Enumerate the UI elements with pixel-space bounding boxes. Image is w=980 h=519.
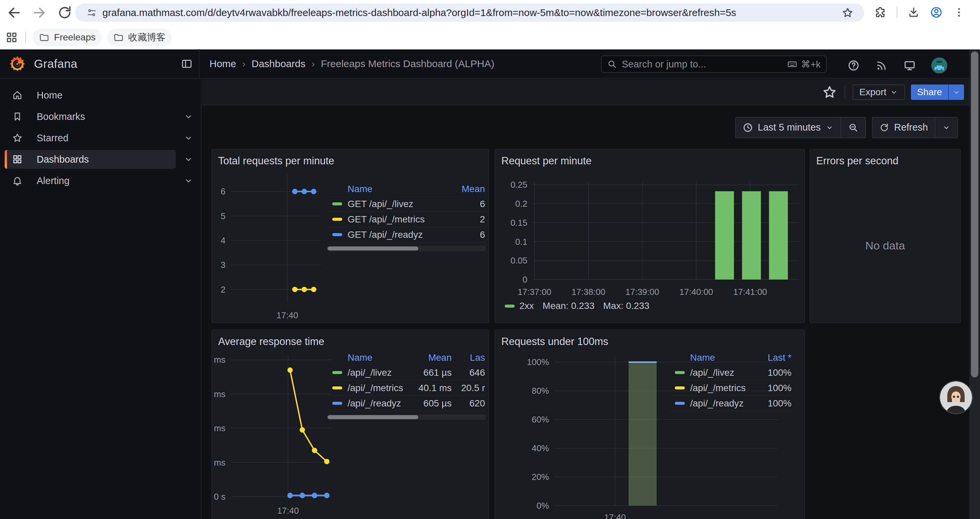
keyboard-icon <box>786 59 798 69</box>
breadcrumb-item[interactable]: Dashboards <box>251 58 305 69</box>
legend-row[interactable]: GET /api/_/readyz6 <box>327 227 486 243</box>
panel-errors-per-second[interactable]: Errors per second No data <box>810 149 961 323</box>
legend-row[interactable]: /api/_/livez100% <box>670 365 793 380</box>
legend-row[interactable]: /api/_/livez661 µs646 <box>327 365 486 380</box>
legend-value: 2 <box>446 214 486 225</box>
series-name[interactable]: /api/_/livez <box>348 367 391 378</box>
header-actions <box>847 57 947 73</box>
legend-row[interactable]: /api/_/readyz100% <box>670 396 793 411</box>
legend-scrollbar-thumb[interactable] <box>328 246 418 251</box>
dashboard-subheader: Export Share <box>202 80 980 105</box>
sidebar-item-dashboards[interactable]: Dashboards <box>5 150 176 169</box>
legend-row[interactable]: /api/_/readyz605 µs620 <box>327 396 486 411</box>
expand-chevron-icon[interactable] <box>183 176 194 186</box>
series-name[interactable]: /api/_/readyz <box>690 398 743 409</box>
legend-column-header[interactable]: Name <box>327 352 403 363</box>
share-dropdown-button[interactable] <box>948 85 964 100</box>
panel-legend-table[interactable]: NameMeanLas/api/_/livez661 µs646/api/_/m… <box>327 350 486 420</box>
browser-reload-button[interactable] <box>57 5 73 21</box>
favorite-star-icon[interactable] <box>822 85 837 100</box>
chevron-down-icon <box>942 123 951 132</box>
legend-row[interactable]: /api/_/metrics40.1 ms20.5 r <box>327 380 486 396</box>
apps-grid-icon[interactable] <box>5 31 18 44</box>
series-dash <box>332 371 342 374</box>
legend-scrollbar-thumb[interactable] <box>328 415 418 419</box>
expand-chevron-icon[interactable] <box>183 154 194 164</box>
legend-header: NameLast * <box>670 350 793 365</box>
user-avatar[interactable] <box>931 57 947 73</box>
bookmark-star-icon[interactable] <box>842 7 854 19</box>
legend-column-header[interactable]: Mean <box>446 184 486 194</box>
legend-row[interactable]: GET /api/_/livez6 <box>327 196 486 212</box>
svg-text:6: 6 <box>221 186 226 196</box>
panel-legend-table[interactable]: NameMeanGET /api/_/livez6GET /api/_/metr… <box>327 182 486 251</box>
series-name[interactable]: /api/_/livez <box>690 367 734 378</box>
site-info-icon[interactable] <box>86 7 97 18</box>
dock-menu-icon[interactable] <box>181 58 193 70</box>
scrollbar-thumb[interactable] <box>971 51 978 377</box>
browser-back-button[interactable] <box>6 5 22 21</box>
panel-legend-inline[interactable]: 2xx Mean: 0.233 Max: 0.233 <box>505 300 649 311</box>
svg-text:2: 2 <box>221 284 226 295</box>
header-divider <box>199 49 199 78</box>
legend-column-header[interactable]: Last * <box>753 352 793 363</box>
legend-value: 20.5 r <box>453 383 486 393</box>
svg-text:20 ms: 20 ms <box>212 458 226 468</box>
time-controls: Last 5 minutes Refresh <box>202 106 980 149</box>
grafana-logo[interactable] <box>10 56 25 72</box>
panel-title[interactable]: Errors per second <box>816 155 898 167</box>
browser-forward-button[interactable] <box>31 5 48 21</box>
sidebar-item-alerting[interactable]: Alerting <box>5 171 176 190</box>
panel-request-per-minute[interactable]: Request per minute 0.250.20.150.10.05017… <box>495 149 805 323</box>
search-input[interactable]: Search or jump to... ⌘+k <box>601 56 827 73</box>
profile-icon[interactable] <box>930 6 943 19</box>
legend-column-header[interactable]: Mean <box>403 352 453 363</box>
svg-text:17:38:00: 17:38:00 <box>571 287 605 297</box>
bookmark-folder[interactable]: 收藏博客 <box>107 29 172 46</box>
time-range-picker[interactable]: Last 5 minutes <box>736 118 841 137</box>
bookmarks-divider <box>25 32 26 43</box>
legend-column-header[interactable]: Name <box>670 352 753 363</box>
news-rss-icon[interactable] <box>875 59 888 72</box>
browser-menu-icon[interactable] <box>953 6 965 19</box>
sidebar-item-bookmarks[interactable]: Bookmarks <box>5 107 176 126</box>
panel-requests-under-100ms[interactable]: Requests under 100ms 100%80%60%40%20%0%1… <box>495 330 805 519</box>
legend-column-header[interactable]: Name <box>327 184 446 194</box>
legend-value: 100% <box>753 398 793 409</box>
share-button[interactable]: Share <box>911 85 948 100</box>
series-name[interactable]: /api/_/metrics <box>348 383 403 393</box>
legend-row[interactable]: GET /api/_/metrics2 <box>327 212 486 227</box>
panel-legend-table[interactable]: NameLast */api/_/livez100%/api/_/metrics… <box>670 350 793 411</box>
series-name[interactable]: GET /api/_/livez <box>348 199 413 209</box>
address-bar[interactable]: grafana.mathmast.com/d/deytv4rwavabkb/fr… <box>75 4 864 22</box>
series-name[interactable]: /api/_/readyz <box>348 398 401 409</box>
panel-total-requests[interactable]: Total requests per minute 6543217:40 Nam… <box>212 149 489 323</box>
refresh-interval-dropdown[interactable] <box>935 118 957 137</box>
export-button[interactable]: Export <box>853 85 905 100</box>
series-name[interactable]: /api/_/metrics <box>690 383 746 393</box>
expand-chevron-icon[interactable] <box>183 133 194 143</box>
legend-scrollbar[interactable] <box>327 246 486 251</box>
series-name[interactable]: 2xx <box>519 300 534 311</box>
refresh-button[interactable]: Refresh <box>873 118 935 137</box>
kiosk-monitor-icon[interactable] <box>903 59 916 72</box>
assistant-avatar[interactable] <box>940 382 972 414</box>
series-name[interactable]: GET /api/_/readyz <box>348 230 423 240</box>
panel-average-response-time[interactable]: Average response time 80 ms60 ms40 ms20 … <box>212 330 489 519</box>
sidebar-item-starred[interactable]: Starred <box>5 129 176 147</box>
legend-scrollbar[interactable] <box>327 414 486 420</box>
series-name[interactable]: GET /api/_/metrics <box>348 214 425 225</box>
expand-chevron-icon[interactable] <box>183 112 194 121</box>
sidebar-item-home[interactable]: Home <box>5 86 176 105</box>
zoom-out-button[interactable] <box>841 118 865 137</box>
extensions-icon[interactable] <box>874 6 886 19</box>
legend-row[interactable]: /api/_/metrics100% <box>670 380 793 396</box>
brand-text[interactable]: Grafana <box>34 57 77 70</box>
downloads-icon[interactable] <box>907 6 920 19</box>
breadcrumb-item[interactable]: Home <box>210 58 236 69</box>
chevron-down-icon <box>952 88 961 96</box>
help-icon[interactable] <box>847 59 860 72</box>
bookmark-folder[interactable]: Freeleaps <box>33 29 102 46</box>
legend-column-header[interactable]: Las <box>453 352 486 363</box>
page-scrollbar[interactable] <box>969 50 980 519</box>
